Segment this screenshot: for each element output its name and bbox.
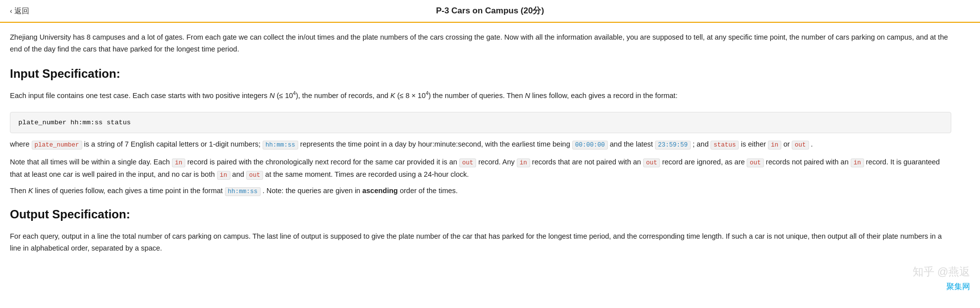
page-title: P-3 Cars on Campus (20分)	[436, 4, 544, 17]
query-paragraph: Then K lines of queries follow, each giv…	[10, 185, 951, 197]
chevron-left-icon: ‹	[10, 5, 12, 16]
inline-in-1: in	[768, 141, 781, 150]
inline-out-3: out	[643, 158, 660, 167]
inline-hhmm: hh:mm:ss	[263, 141, 298, 150]
inline-status: status	[710, 141, 739, 150]
input-spec-text2: where plate_number is a string of 7 Engl…	[10, 138, 951, 151]
inline-out-4: out	[747, 158, 764, 167]
back-label: 返回	[14, 5, 29, 17]
input-spec-heading: Input Specification:	[10, 64, 951, 83]
back-button[interactable]: ‹ 返回	[10, 5, 29, 17]
inline-hhmm-2: hh:mm:ss	[225, 187, 261, 196]
inline-in-5: in	[217, 171, 230, 180]
main-content: Zhejiang University has 8 campuses and a…	[0, 23, 961, 274]
code-block-format: plate_number hh:mm:ss status	[10, 112, 951, 134]
or-text: or	[783, 140, 790, 148]
intro-paragraph: Zhejiang University has 8 campuses and a…	[10, 32, 951, 55]
inline-latest: 23:59:59	[655, 141, 691, 150]
inline-in-2: in	[172, 158, 185, 167]
and-text: and	[232, 170, 244, 178]
inline-in-4: in	[851, 158, 864, 167]
note-paragraph-1: Note that all times will be within a sin…	[10, 156, 951, 181]
output-spec-text: For each query, output in a line the tot…	[10, 230, 951, 255]
inline-plate-number: plate_number	[32, 141, 82, 150]
header: ‹ 返回 P-3 Cars on Campus (20分)	[0, 0, 980, 23]
code-plate: plate_number hh:mm:ss status	[18, 119, 131, 126]
output-spec-heading: Output Specification:	[10, 205, 951, 224]
inline-in-3: in	[517, 158, 530, 167]
inline-earliest: 00:00:00	[572, 141, 608, 150]
inline-out-5: out	[246, 171, 264, 180]
input-spec-text1: Each input file contains one test case. …	[10, 89, 951, 102]
ascending-text: ascending	[362, 187, 398, 195]
inline-out-2: out	[459, 158, 477, 167]
inline-out-1: out	[792, 141, 809, 150]
